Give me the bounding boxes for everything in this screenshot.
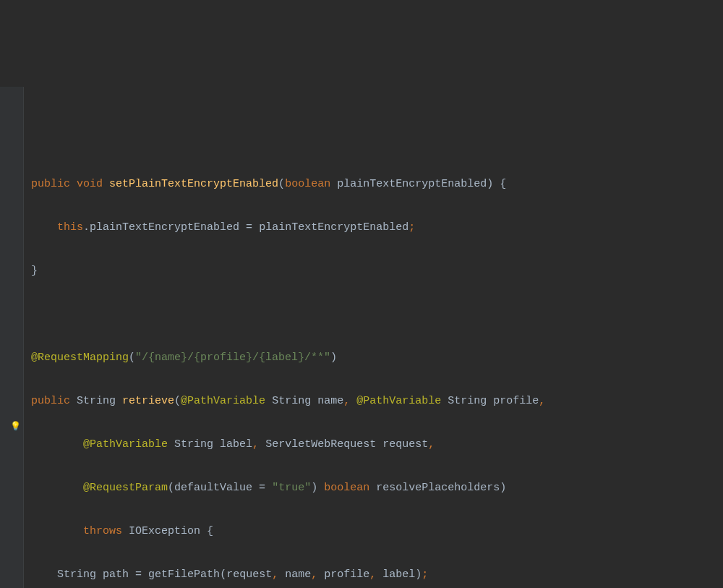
type: String	[77, 395, 116, 407]
type: ServletWebRequest	[265, 438, 376, 451]
string: "/{name}/{profile}/{label}/**"	[135, 351, 330, 364]
keyword: boolean	[285, 178, 330, 190]
method-name: setPlainTextEncryptEnabled	[109, 178, 278, 190]
param: request	[382, 438, 428, 451]
param: label	[220, 438, 252, 451]
type: IOException	[129, 525, 200, 537]
identifier: plainTextEncryptEnabled	[259, 221, 408, 234]
annotation: @RequestMapping	[31, 351, 129, 364]
type: String	[448, 395, 487, 407]
bulb-icon[interactable]: 💡	[10, 416, 21, 438]
param: profile	[493, 395, 539, 407]
keyword: void	[77, 178, 103, 190]
keyword: public	[31, 395, 70, 407]
annotation: @PathVariable	[356, 395, 441, 407]
attr: defaultValue	[174, 482, 252, 494]
keyword: throws	[83, 525, 122, 537]
annotation: @PathVariable	[83, 438, 168, 451]
param: plainTextEncryptEnabled	[337, 178, 487, 190]
call: getFilePath	[148, 568, 220, 581]
param: name	[317, 395, 343, 407]
keyword: this	[57, 221, 83, 234]
string: "true"	[272, 482, 311, 494]
keyword: public	[31, 178, 70, 190]
type: String	[174, 438, 213, 451]
arg: name	[285, 568, 311, 581]
var: path	[103, 568, 129, 581]
gutter: 💡	[0, 87, 24, 588]
type: String	[57, 568, 96, 581]
annotation: @PathVariable	[181, 395, 265, 407]
code-area[interactable]: public void setPlainTextEncryptEnabled(b…	[24, 152, 723, 588]
arg: profile	[324, 568, 369, 581]
annotation: @RequestParam	[83, 482, 168, 494]
code-editor[interactable]: 💡 public void setPlainTextEncryptEnabled…	[0, 87, 723, 588]
method-name: retrieve	[122, 395, 174, 407]
field: plainTextEncryptEnabled	[90, 221, 239, 234]
arg: label	[382, 568, 415, 581]
param: resolvePlaceholders	[376, 482, 500, 494]
type: String	[272, 395, 311, 407]
keyword: boolean	[324, 482, 369, 494]
arg: request	[226, 568, 272, 581]
